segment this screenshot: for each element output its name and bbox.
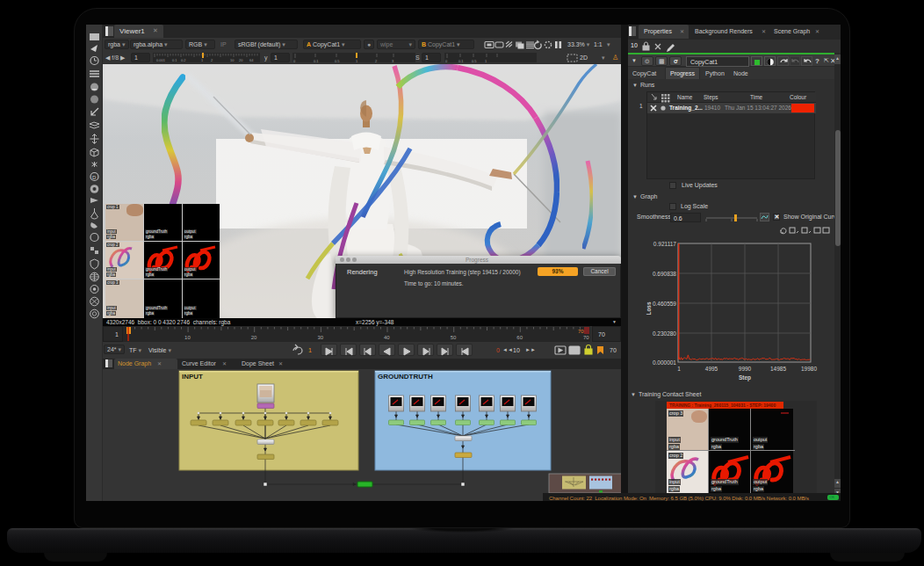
svg-text:40: 40	[384, 335, 390, 340]
svg-text:0.230280: 0.230280	[653, 330, 676, 337]
svg-text:0.690838: 0.690838	[653, 271, 676, 277]
svg-text:Step: Step	[739, 374, 751, 381]
svg-text:20: 20	[239, 58, 243, 62]
svg-text:10: 10	[184, 335, 191, 340]
svg-text:0.000001: 0.000001	[653, 359, 676, 366]
svg-text:0.5: 0.5	[472, 59, 477, 63]
svg-text:20: 20	[251, 335, 257, 340]
svg-text:14985: 14985	[770, 366, 786, 372]
svg-text:4995: 4995	[705, 366, 718, 372]
svg-text:1: 1	[677, 366, 681, 372]
svg-text:19980: 19980	[801, 366, 817, 372]
svg-text:50: 50	[451, 335, 457, 340]
svg-text:9990: 9990	[739, 366, 752, 372]
svg-text:0.5: 0.5	[335, 59, 340, 63]
svg-text:0.921117: 0.921117	[653, 241, 677, 247]
svg-text:GROUNDTRUTH: GROUNDTRUTH	[378, 373, 433, 381]
svg-text:30: 30	[317, 335, 323, 340]
svg-text:70: 70	[583, 335, 589, 340]
svg-text:INPUT: INPUT	[182, 373, 203, 381]
svg-text:D: D	[92, 175, 97, 180]
svg-text:60: 60	[516, 335, 523, 340]
svg-text:0.1: 0.1	[314, 59, 319, 63]
svg-text:0.2: 0.2	[181, 58, 186, 62]
svg-text:64: 64	[249, 58, 254, 62]
svg-text:Loss: Loss	[646, 301, 652, 316]
svg-text:0.460559: 0.460559	[653, 301, 676, 307]
svg-text:0.1: 0.1	[172, 58, 177, 62]
svg-text:0.1: 0.1	[458, 59, 464, 63]
svg-text:0.001: 0.001	[156, 58, 166, 62]
svg-text:10: 10	[230, 58, 235, 62]
svg-text:70: 70	[578, 329, 584, 334]
